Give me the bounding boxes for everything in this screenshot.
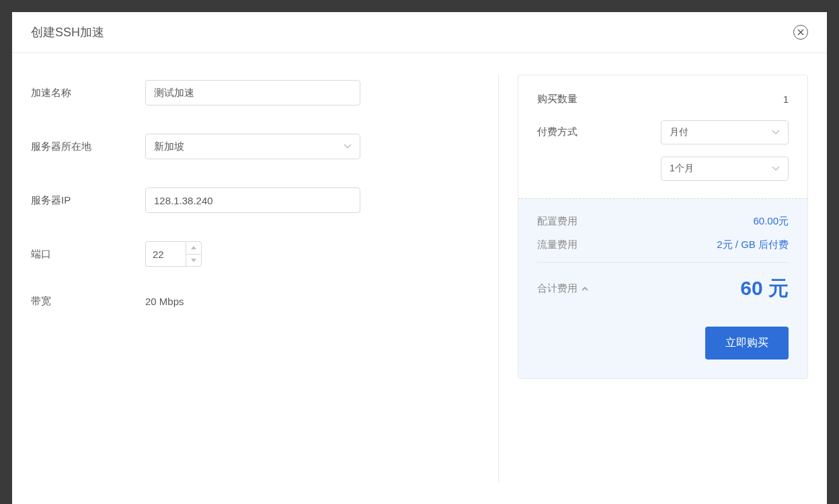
chevron-down-icon	[772, 164, 780, 173]
form-row-bandwidth: 带宽 20 Mbps	[31, 295, 471, 308]
payment-method-value: 月付	[670, 126, 688, 138]
quantity-value: 1	[783, 93, 789, 105]
bandwidth-label: 带宽	[31, 295, 145, 308]
traffic-cost-value: 2元 / GB 后付费	[717, 239, 789, 251]
location-select[interactable]: 新加坡	[145, 134, 360, 159]
modal-header: 创建SSH加速	[12, 12, 827, 53]
port-label: 端口	[31, 248, 145, 261]
config-cost-value: 60.00元	[753, 215, 789, 228]
name-input[interactable]	[145, 80, 360, 106]
payment-label: 付费方式	[537, 120, 577, 138]
bandwidth-value: 20 Mbps	[145, 296, 184, 307]
total-row: 合计费用 60 元	[537, 275, 789, 302]
modal-body: 加速名称 服务器所在地 新加坡 服务器IP 端口	[12, 53, 827, 504]
purchase-card: 购买数量 1 付费方式 月付	[518, 75, 808, 379]
payment-duration-select[interactable]: 1个月	[661, 157, 789, 181]
form-row-location: 服务器所在地 新加坡	[31, 134, 471, 159]
close-button[interactable]	[793, 25, 808, 40]
port-stepper	[145, 241, 202, 267]
ip-label: 服务器IP	[31, 194, 145, 207]
config-form: 加速名称 服务器所在地 新加坡 服务器IP 端口	[31, 75, 499, 482]
chevron-down-icon	[344, 142, 352, 151]
quantity-label: 购买数量	[537, 93, 577, 106]
chevron-down-icon	[772, 128, 780, 137]
port-increment[interactable]	[186, 242, 201, 255]
payment-method-select[interactable]: 月付	[661, 120, 789, 144]
purchase-top: 购买数量 1 付费方式 月付	[518, 75, 807, 198]
form-row-name: 加速名称	[31, 80, 471, 106]
name-label: 加速名称	[31, 87, 145, 99]
caret-down-icon	[191, 259, 196, 262]
chevron-up-icon	[582, 285, 588, 292]
ip-input[interactable]	[145, 187, 360, 213]
config-cost-row: 配置费用 60.00元	[537, 215, 789, 228]
traffic-cost-row: 流量费用 2元 / GB 后付费	[537, 239, 789, 251]
modal-title: 创建SSH加速	[31, 24, 104, 40]
quantity-row: 购买数量 1	[537, 93, 789, 106]
total-label-wrap[interactable]: 合计费用	[537, 282, 588, 295]
location-select-value: 新加坡	[154, 140, 184, 153]
config-cost-label: 配置费用	[537, 215, 577, 228]
buy-button[interactable]: 立即购买	[705, 327, 789, 360]
form-row-ip: 服务器IP	[31, 187, 471, 213]
port-decrement[interactable]	[186, 255, 201, 267]
create-ssh-modal: 创建SSH加速 加速名称 服务器所在地 新加坡 服务器IP	[12, 12, 827, 504]
purchase-summary: 配置费用 60.00元 流量费用 2元 / GB 后付费 合计费用	[518, 198, 807, 378]
purchase-panel: 购买数量 1 付费方式 月付	[499, 75, 808, 482]
total-value: 60 元	[740, 275, 789, 302]
payment-duration-value: 1个月	[670, 163, 694, 175]
location-label: 服务器所在地	[31, 140, 145, 153]
buy-button-row: 立即购买	[537, 327, 789, 360]
cost-divider	[537, 262, 789, 263]
form-row-port: 端口	[31, 241, 471, 267]
payment-selects: 月付 1个月	[661, 120, 789, 181]
port-input[interactable]	[145, 241, 186, 267]
close-icon	[797, 29, 804, 36]
port-stepper-buttons	[186, 241, 202, 267]
caret-up-icon	[191, 246, 196, 249]
payment-row: 付费方式 月付 1个月	[537, 120, 789, 181]
traffic-cost-label: 流量费用	[537, 239, 577, 251]
total-label: 合计费用	[537, 282, 577, 295]
